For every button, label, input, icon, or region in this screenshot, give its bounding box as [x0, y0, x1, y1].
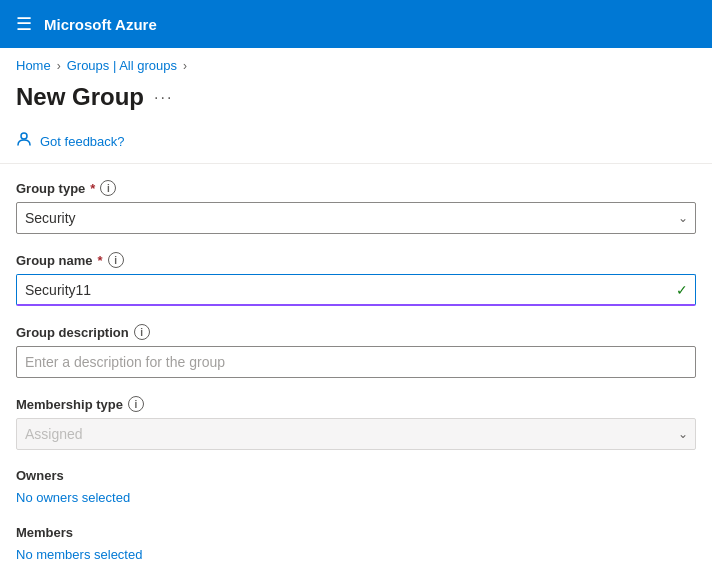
feedback-bar: Got feedback?: [0, 123, 712, 164]
group-name-input-wrapper: ✓: [16, 274, 696, 306]
group-description-input[interactable]: [16, 346, 696, 378]
form-area: Group type * i Security Microsoft 365 ⌄ …: [0, 180, 712, 561]
membership-type-info-icon[interactable]: i: [128, 396, 144, 412]
group-name-label: Group name * i: [16, 252, 696, 268]
required-star: *: [90, 181, 95, 196]
svg-point-0: [21, 133, 27, 139]
breadcrumb: Home › Groups | All groups ›: [0, 48, 712, 79]
group-description-info-icon[interactable]: i: [134, 324, 150, 340]
membership-type-select-wrapper: Assigned ⌄: [16, 418, 696, 450]
members-section: Members No members selected: [16, 525, 696, 561]
app-title: Microsoft Azure: [44, 16, 157, 33]
group-name-field: Group name * i ✓: [16, 252, 696, 306]
group-name-info-icon[interactable]: i: [108, 252, 124, 268]
membership-type-label: Membership type i: [16, 396, 696, 412]
hamburger-icon[interactable]: ☰: [16, 13, 32, 35]
breadcrumb-home[interactable]: Home: [16, 58, 51, 73]
breadcrumb-groups[interactable]: Groups | All groups: [67, 58, 177, 73]
membership-type-field: Membership type i Assigned ⌄: [16, 396, 696, 450]
group-name-input[interactable]: [16, 274, 696, 306]
required-star-name: *: [98, 253, 103, 268]
breadcrumb-sep-2: ›: [183, 59, 187, 73]
group-description-field: Group description i: [16, 324, 696, 378]
feedback-icon: [16, 131, 32, 151]
no-members-link[interactable]: No members selected: [16, 547, 142, 561]
page-header: New Group ···: [0, 79, 712, 123]
owners-label: Owners: [16, 468, 696, 483]
topbar: ☰ Microsoft Azure: [0, 0, 712, 48]
members-label: Members: [16, 525, 696, 540]
owners-section: Owners No owners selected: [16, 468, 696, 505]
group-name-check-icon: ✓: [676, 282, 688, 298]
more-options-button[interactable]: ···: [154, 89, 173, 107]
group-type-info-icon[interactable]: i: [100, 180, 116, 196]
group-type-select-wrapper: Security Microsoft 365 ⌄: [16, 202, 696, 234]
group-type-field: Group type * i Security Microsoft 365 ⌄: [16, 180, 696, 234]
breadcrumb-sep-1: ›: [57, 59, 61, 73]
feedback-link[interactable]: Got feedback?: [40, 134, 125, 149]
page-title: New Group: [16, 83, 144, 111]
group-type-label: Group type * i: [16, 180, 696, 196]
membership-type-select: Assigned: [16, 418, 696, 450]
group-type-select[interactable]: Security Microsoft 365: [16, 202, 696, 234]
group-description-label: Group description i: [16, 324, 696, 340]
no-owners-link[interactable]: No owners selected: [16, 490, 130, 505]
